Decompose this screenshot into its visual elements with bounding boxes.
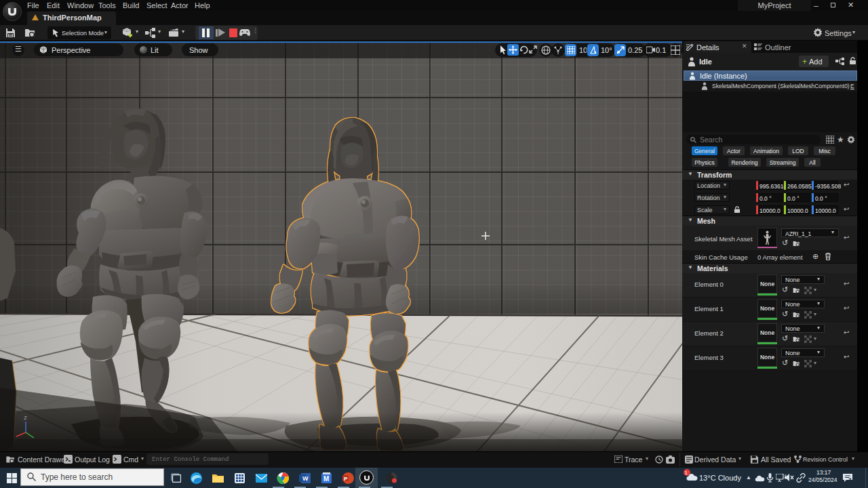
svg-text:W: W — [302, 475, 309, 482]
svg-text:Z: Z — [24, 415, 27, 421]
svg-text:P: P — [344, 476, 348, 482]
svg-text:M: M — [323, 475, 329, 483]
